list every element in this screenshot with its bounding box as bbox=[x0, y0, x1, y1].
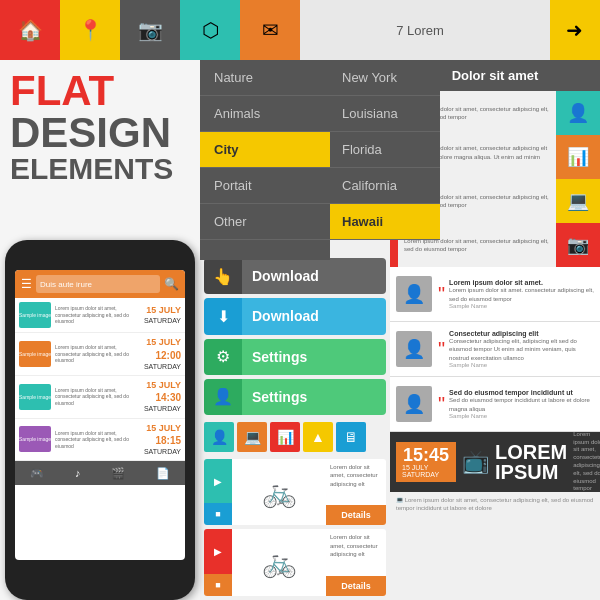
quote-title-1: Lorem ipsum dolor sit amet. bbox=[449, 279, 594, 286]
details-button[interactable]: Details bbox=[326, 505, 386, 525]
dropdown-sub-california[interactable]: California bbox=[330, 168, 440, 204]
main-content: FLAT DESIGN ELEMENTS ☰ Duis aute irure 🔍 bbox=[0, 60, 600, 600]
dropdown-sub-louisiana[interactable]: Louisiana bbox=[330, 96, 440, 132]
download-button-dark[interactable]: 👆 Download bbox=[204, 258, 386, 294]
bike-details: Lorem dolor sit amet, consectetur adipis… bbox=[326, 459, 386, 526]
download-button-blue[interactable]: ⬇ Download bbox=[204, 298, 386, 334]
location-icon: 📍 bbox=[78, 18, 103, 42]
bike-details2: Lorem dolor sit amet, consectetur adipis… bbox=[326, 529, 386, 596]
icon-chart: 📊 bbox=[270, 422, 300, 452]
dropdown-item-animals[interactable]: Animals bbox=[200, 96, 330, 132]
phone-thumbnail: Sample image bbox=[19, 302, 51, 328]
time-clock: 15:45 bbox=[403, 446, 449, 464]
quote-section: 👤 " Lorem ipsum dolor sit amet. Lorem ip… bbox=[390, 267, 600, 432]
phone-bottom-bar: 🎮 ♪ 🎬 📄 bbox=[15, 461, 185, 485]
lorem-label: 7 Lorem bbox=[396, 23, 444, 38]
camera-icon-red: 📷 bbox=[556, 223, 600, 267]
phone-list-item[interactable]: Sample image Lorem ipsum dolor sit amet,… bbox=[15, 333, 185, 376]
phone-header: ☰ Duis aute irure 🔍 bbox=[15, 270, 185, 298]
time-date: 15 JULY SATURDAY bbox=[402, 464, 450, 478]
dropdown-item-city[interactable]: City bbox=[200, 132, 330, 168]
phone-mockup: ☰ Duis aute irure 🔍 Sample image Lorem i… bbox=[5, 240, 195, 600]
bike-sb-bot: ■ bbox=[204, 503, 232, 525]
quote-title-2: Consectetur adipiscing elit bbox=[449, 330, 594, 337]
document-icon: 📄 bbox=[156, 467, 170, 480]
avatar-3: 👤 bbox=[396, 386, 432, 422]
icon-person: 👤 bbox=[204, 422, 234, 452]
nav-arrow[interactable]: ➜ bbox=[550, 0, 600, 60]
bicycle-icon: 🚲 bbox=[262, 476, 297, 509]
phone-list-item[interactable]: Sample image Lorem ipsum dolor sit amet,… bbox=[15, 376, 185, 419]
dropdown-sub-florida[interactable]: Florida bbox=[330, 132, 440, 168]
quote-body-1: Lorem ipsum dolor sit amet. Lorem ipsum … bbox=[449, 279, 594, 309]
share-icon: ⬡ bbox=[202, 18, 219, 42]
bike-image: 🚲 bbox=[232, 459, 326, 526]
icon-laptop: 💻 bbox=[237, 422, 267, 452]
quote-name-2: Sample Name bbox=[449, 362, 594, 368]
quote-mark-3: " bbox=[438, 394, 445, 414]
tv-icon: 📺 bbox=[462, 449, 489, 475]
dropdown-sub-hawaii[interactable]: Hawaii bbox=[330, 204, 440, 240]
quote-text-3: Sed do eiusmod tempor incididunt ut labo… bbox=[449, 396, 594, 413]
bike-sb-top: ▶ bbox=[204, 459, 232, 504]
settings-button-green[interactable]: ⚙ Settings bbox=[204, 339, 386, 375]
dropdown-menu[interactable]: Nature Animals City Portait Other bbox=[200, 60, 330, 260]
download-arrow-icon: ⬇ bbox=[204, 298, 242, 334]
bike-text2: Lorem dolor sit amet, consectetur adipis… bbox=[326, 529, 386, 576]
cursor-icon: 👆 bbox=[204, 258, 242, 294]
bike-sb-top2: ▶ bbox=[204, 529, 232, 574]
bike-text: Lorem dolor sit amet, consectetur adipis… bbox=[326, 459, 386, 506]
quote-text-1: Lorem ipsum dolor sit amet. consectetur … bbox=[449, 286, 594, 303]
btn-settings-label: Settings bbox=[242, 339, 386, 375]
gamepad-icon: 🎮 bbox=[30, 467, 44, 480]
user-icon: 👤 bbox=[204, 379, 242, 415]
film-icon: 🎬 bbox=[111, 467, 125, 480]
arrow-right-icon: ➜ bbox=[566, 18, 583, 42]
settings-icon: ⚙ bbox=[204, 339, 242, 375]
left-panel: FLAT DESIGN ELEMENTS ☰ Duis aute irure 🔍 bbox=[0, 60, 200, 600]
nav-share[interactable]: ⬡ bbox=[180, 0, 240, 60]
btn-settings2-label: Settings bbox=[242, 379, 386, 415]
hamburger-icon: ☰ bbox=[21, 277, 32, 291]
quote-card-1: 👤 " Lorem ipsum dolor sit amet. Lorem ip… bbox=[390, 267, 600, 322]
time-box: 15:45 15 JULY SATURDAY bbox=[396, 442, 456, 482]
title-flat: FLAT bbox=[10, 70, 190, 112]
icon-monitor: 🖥 bbox=[336, 422, 366, 452]
camera-icon: 📷 bbox=[138, 18, 163, 42]
avatar-1: 👤 bbox=[396, 276, 432, 312]
phone-list-item[interactable]: Sample image Lorem ipsum dolor sit amet,… bbox=[15, 419, 185, 462]
home-icon: 🏠 bbox=[18, 18, 43, 42]
phone-body: ☰ Duis aute irure 🔍 Sample image Lorem i… bbox=[5, 240, 195, 600]
phone-list-item[interactable]: Sample image Lorem ipsum dolor sit amet,… bbox=[15, 298, 185, 333]
person-icon-teal: 👤 bbox=[556, 91, 600, 135]
dropdown-sub-newyork[interactable]: New York bbox=[330, 60, 440, 96]
nav-camera[interactable]: 📷 bbox=[120, 0, 180, 60]
settings-button-green2[interactable]: 👤 Settings bbox=[204, 379, 386, 415]
bike-image2: 🚲 bbox=[232, 529, 326, 596]
nav-home[interactable]: 🏠 bbox=[0, 0, 60, 60]
dropdown-submenu[interactable]: New York Louisiana Florida California Ha… bbox=[330, 60, 440, 240]
nav-mail[interactable]: ✉ bbox=[240, 0, 300, 60]
details-button2[interactable]: Details bbox=[326, 576, 386, 596]
bike-sb-bot2: ■ bbox=[204, 574, 232, 596]
phone-search-text: Duis aute irure bbox=[40, 280, 92, 289]
nav-location[interactable]: 📍 bbox=[60, 0, 120, 60]
music-icon: ♪ bbox=[75, 467, 81, 479]
phone-thumbnail: Sample image bbox=[19, 426, 51, 452]
icon-row: 👤 💻 📊 ▲ 🖥 bbox=[204, 419, 386, 455]
dropdown-item-portait[interactable]: Portait bbox=[200, 168, 330, 204]
title-elements: ELEMENTS bbox=[10, 154, 190, 184]
dropdown-item-other[interactable]: Other bbox=[200, 204, 330, 240]
phone-search-bar[interactable]: Duis aute irure bbox=[36, 275, 160, 293]
avatar-2: 👤 bbox=[396, 331, 432, 367]
phone-thumbnail: Sample image bbox=[19, 341, 51, 367]
time-body-text: Lorem ipsum dolor sit amet, consectetur … bbox=[573, 431, 600, 493]
btn-download2-label: Download bbox=[242, 298, 386, 334]
dropdown-item-nature[interactable]: Nature bbox=[200, 60, 330, 96]
laptop-icon-small: 💻 bbox=[396, 497, 403, 503]
phone-thumbnail: Sample image bbox=[19, 384, 51, 410]
quote-mark-2: " bbox=[438, 339, 445, 359]
phone-screen: ☰ Duis aute irure 🔍 Sample image Lorem i… bbox=[15, 270, 185, 560]
top-navigation: 🏠 📍 📷 ⬡ ✉ 7 Lorem ➜ bbox=[0, 0, 600, 60]
phone-search-icon: 🔍 bbox=[164, 277, 179, 291]
